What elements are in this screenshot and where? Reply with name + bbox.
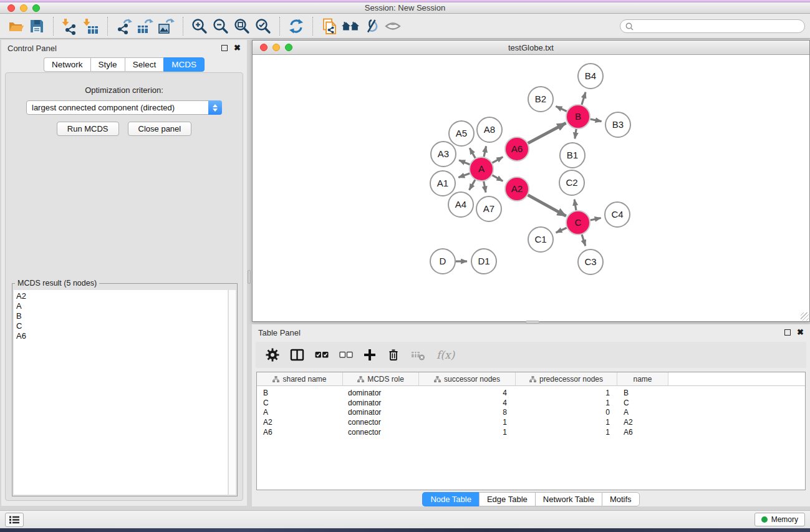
table-cell[interactable]: 8 — [419, 408, 516, 417]
hide-annotations-button[interactable] — [361, 16, 382, 36]
resize-grip-icon[interactable] — [801, 312, 809, 321]
tab-mcds[interactable]: MCDS — [163, 57, 205, 72]
table-cell[interactable]: B — [257, 389, 343, 397]
table-row[interactable]: Bdominator41B — [257, 388, 805, 398]
function-builder-button[interactable]: f(x) — [436, 347, 455, 363]
table-cell[interactable]: 1 — [516, 389, 617, 397]
column-header-successor-nodes[interactable]: successor nodes — [419, 372, 516, 385]
svg-text:B3: B3 — [612, 119, 624, 130]
column-header-filler — [668, 372, 805, 385]
tab-edge-table[interactable]: Edge Table — [479, 492, 535, 506]
import-table-button[interactable] — [80, 16, 102, 36]
table-row[interactable]: A2connector11A2 — [257, 417, 805, 427]
table-row[interactable]: A6connector11A6 — [257, 427, 805, 437]
export-image-button[interactable] — [156, 16, 177, 36]
table-row[interactable]: Cdominator41C — [257, 398, 805, 408]
close-panel-icon[interactable]: ✖ — [797, 329, 804, 336]
svg-text:B2: B2 — [535, 94, 546, 104]
float-panel-icon[interactable] — [784, 329, 791, 336]
result-item[interactable]: A2 — [14, 291, 228, 301]
table-cell[interactable]: 1 — [419, 428, 516, 437]
table-cell[interactable]: 1 — [516, 428, 617, 437]
zoom-out-icon — [212, 17, 229, 35]
result-item[interactable]: B — [14, 311, 228, 321]
column-header-shared-name[interactable]: shared name — [257, 372, 343, 385]
result-item[interactable]: A — [14, 301, 228, 311]
zoom-fit-button[interactable] — [231, 16, 253, 36]
optimization-select[interactable]: largest connected component (directed) — [26, 100, 222, 115]
memory-button[interactable]: Memory — [755, 513, 805, 526]
table-cell[interactable]: 0 — [516, 408, 617, 417]
zoom-fit-icon — [233, 17, 251, 35]
zoom-in-button[interactable] — [189, 16, 210, 36]
table-cell[interactable]: C — [617, 399, 668, 407]
save-session-button[interactable] — [26, 16, 47, 36]
unselect-all-columns-button[interactable] — [339, 347, 353, 363]
table-cell[interactable]: dominator — [343, 408, 419, 417]
table-cell[interactable]: C — [257, 399, 343, 407]
search-icon — [625, 22, 634, 31]
tab-motifs[interactable]: Motifs — [602, 492, 640, 506]
table-cell[interactable]: connector — [343, 428, 419, 437]
table-cell[interactable]: A — [257, 408, 343, 417]
table-cell[interactable]: B — [617, 389, 668, 397]
network-canvas[interactable]: B4B2BB3A5A8A6A3B1AA1C2A2A4A7C4CC1C3DD1 — [253, 55, 809, 321]
float-panel-icon[interactable] — [221, 45, 228, 51]
show-graphics-details-button[interactable] — [382, 16, 403, 36]
table-cell[interactable]: A6 — [617, 428, 668, 437]
vertical-splitter-handle[interactable] — [248, 270, 251, 284]
table-cell[interactable]: 1 — [516, 399, 617, 407]
result-item[interactable]: A6 — [14, 331, 228, 341]
column-header-name[interactable]: name — [617, 372, 668, 385]
result-item[interactable]: C — [14, 321, 228, 331]
delete-columns-button[interactable] — [387, 347, 400, 363]
column-header-predecessor-nodes[interactable]: predecessor nodes — [516, 372, 617, 385]
zoom-selected-button[interactable] — [253, 16, 274, 36]
table-row[interactable]: Adominator80A — [257, 407, 805, 417]
table-cell[interactable]: 4 — [419, 389, 516, 397]
result-scrollbar[interactable] — [228, 290, 236, 495]
search-input[interactable] — [637, 21, 804, 32]
table-cell[interactable]: A — [617, 408, 668, 417]
copy-network-button[interactable] — [319, 16, 340, 36]
zoom-out-button[interactable] — [210, 16, 231, 36]
zoom-in-icon — [191, 17, 208, 35]
table-options-button[interactable] — [266, 347, 279, 363]
table-cell[interactable]: A2 — [257, 418, 343, 427]
table-cell[interactable]: 1 — [419, 418, 516, 427]
table-cell[interactable]: 1 — [516, 418, 617, 427]
create-column-button[interactable] — [364, 347, 376, 363]
open-session-button[interactable] — [5, 16, 26, 36]
select-all-columns-button[interactable] — [315, 347, 329, 363]
close-panel-button[interactable]: Close panel — [128, 122, 192, 136]
horizontal-splitter-handle[interactable] — [526, 321, 539, 324]
app-titlebar: Session: New Session — [0, 2, 810, 14]
svg-text:C2: C2 — [566, 177, 577, 188]
search-field[interactable] — [620, 19, 805, 33]
task-history-button[interactable] — [5, 513, 24, 527]
svg-text:A1: A1 — [437, 178, 448, 188]
tab-node-table[interactable]: Node Table — [422, 492, 479, 506]
table-cell[interactable]: connector — [343, 418, 419, 427]
tab-style[interactable]: Style — [90, 57, 125, 72]
table-cell[interactable]: dominator — [343, 399, 419, 407]
desktop-background — [0, 528, 810, 532]
mcds-result-list[interactable]: A2ABCA6 — [14, 290, 228, 495]
table-cell[interactable]: A2 — [617, 418, 668, 427]
export-network-button[interactable] — [113, 16, 135, 36]
delete-table-button[interactable] — [411, 347, 426, 363]
column-header-mcds-role[interactable]: MCDS role — [343, 372, 419, 385]
table-cell[interactable]: A6 — [257, 428, 343, 437]
close-panel-icon[interactable]: ✖ — [234, 45, 241, 51]
show-columns-button[interactable] — [290, 347, 304, 363]
export-table-button[interactable] — [135, 16, 156, 36]
table-cell[interactable]: 4 — [419, 399, 516, 407]
table-cell[interactable]: dominator — [343, 389, 419, 397]
home-browser-button[interactable] — [340, 16, 361, 36]
tab-network[interactable]: Network — [44, 57, 90, 72]
refresh-button[interactable] — [286, 16, 307, 36]
import-network-button[interactable] — [59, 16, 80, 36]
run-mcds-button[interactable]: Run MCDS — [57, 122, 119, 136]
tab-network-table[interactable]: Network Table — [535, 492, 602, 506]
tab-select[interactable]: Select — [125, 57, 164, 72]
